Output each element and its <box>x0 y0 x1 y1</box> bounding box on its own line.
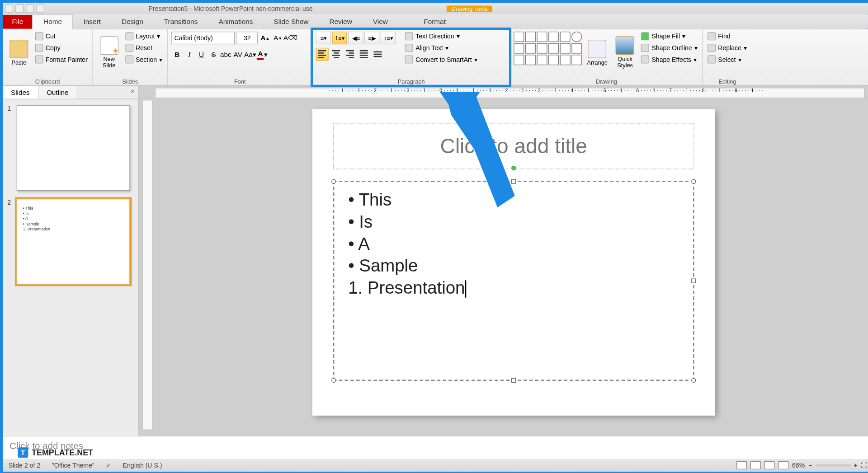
zoom-out-button[interactable]: − <box>808 462 812 468</box>
strike-button[interactable]: S <box>208 49 220 61</box>
line-spacing-button[interactable]: ↕≡▾ <box>381 32 396 44</box>
resize-handle[interactable] <box>691 179 696 183</box>
slides-group: ✦ New Slide Layout ▾ Reset Section ▾ Sli… <box>93 29 168 85</box>
normal-view-button[interactable] <box>736 461 747 469</box>
fit-button[interactable]: ⛶ <box>861 462 867 468</box>
zoom-slider[interactable] <box>816 464 850 466</box>
numbering-button[interactable]: 1≡▾ <box>332 32 347 44</box>
layout-button[interactable]: Layout ▾ <box>124 32 164 41</box>
undo-icon[interactable] <box>26 5 34 13</box>
content-placeholder[interactable]: This Is A Sample Presentation <box>333 181 694 381</box>
decrease-indent-button[interactable]: ◀≡ <box>349 32 363 44</box>
notes-pane[interactable]: Click to add notes <box>3 436 868 459</box>
zoom-in-button[interactable]: + <box>854 462 857 468</box>
shape-fill-button[interactable]: Shape Fill ▾ <box>640 32 699 41</box>
clear-formatting-button[interactable]: A⌫ <box>285 32 297 44</box>
resize-handle[interactable] <box>691 279 696 283</box>
slide-thumb-1[interactable] <box>17 105 130 191</box>
font-size-select[interactable] <box>236 32 258 44</box>
resize-handle[interactable] <box>511 378 516 383</box>
bullet-item[interactable]: Is <box>348 212 679 232</box>
design-tab[interactable]: Design <box>111 15 154 29</box>
align-justify-button[interactable] <box>358 48 370 61</box>
shape-effects-button[interactable]: Shape Effects ▾ <box>640 55 699 64</box>
slide-thumb-2[interactable]: • This • Is • A • Sample 1. Presentation <box>17 199 130 284</box>
redo-icon[interactable] <box>36 5 44 13</box>
numbered-item[interactable]: Presentation <box>348 278 679 298</box>
grow-font-button[interactable]: A▲ <box>259 32 271 44</box>
title-placeholder[interactable]: Click to add title <box>333 123 694 169</box>
font-name-select[interactable] <box>171 32 235 44</box>
slideshow-tab[interactable]: Slide Show <box>263 15 319 29</box>
find-button[interactable]: Find <box>707 32 749 41</box>
select-button[interactable]: Select ▾ <box>707 55 749 64</box>
char-spacing-button[interactable]: AV <box>232 49 244 61</box>
close-panel-button[interactable]: × <box>127 86 138 98</box>
bullet-item[interactable]: A <box>348 234 679 254</box>
review-tab[interactable]: Review <box>319 15 362 29</box>
change-case-button[interactable]: Aa▾ <box>244 49 256 61</box>
resize-handle[interactable] <box>331 378 336 383</box>
sorter-view-button[interactable] <box>750 461 761 469</box>
reading-view-button[interactable] <box>764 461 775 469</box>
watermark-text: TEMPLATE.NET <box>32 448 93 457</box>
home-tab[interactable]: Home <box>33 14 73 29</box>
reset-button[interactable]: Reset <box>124 43 164 52</box>
align-center-button[interactable] <box>330 48 343 61</box>
copy-icon <box>35 44 43 52</box>
language-label[interactable]: English (U.S.) <box>120 462 164 468</box>
align-text-button[interactable]: Align Text ▾ <box>404 43 479 52</box>
arrange-icon <box>588 39 607 58</box>
format-painter-button[interactable]: Format Painter <box>34 55 89 64</box>
bold-button[interactable]: B <box>171 49 183 61</box>
bullets-button[interactable]: ≡▾ <box>316 32 331 44</box>
shapes-gallery[interactable] <box>514 32 582 65</box>
new-slide-button[interactable]: ✦ New Slide <box>96 32 122 73</box>
file-tab[interactable]: File <box>3 15 33 29</box>
align-right-button[interactable] <box>344 48 357 61</box>
columns-button[interactable] <box>372 48 384 61</box>
align-left-button[interactable] <box>316 48 329 61</box>
paste-button[interactable]: Paste <box>6 32 32 73</box>
animations-tab[interactable]: Animations <box>208 15 263 29</box>
rotation-handle[interactable] <box>511 166 516 170</box>
cut-button[interactable]: Cut <box>34 32 89 41</box>
section-button[interactable]: Section ▾ <box>124 55 164 64</box>
zoom-label: 66% <box>792 462 805 468</box>
resize-handle[interactable] <box>331 179 336 183</box>
new-slide-label: New Slide <box>103 56 115 69</box>
spellcheck-icon[interactable]: ✓ <box>104 462 113 469</box>
text-direction-button[interactable]: Text Direction ▾ <box>404 32 479 41</box>
convert-smartart-button[interactable]: Convert to SmartArt ▾ <box>404 55 479 64</box>
status-bar: Slide 2 of 2 "Office Theme" ✓ English (U… <box>3 459 868 472</box>
shadow-button[interactable]: abc <box>220 49 232 61</box>
font-color-button[interactable]: A▾ <box>256 49 268 61</box>
replace-button[interactable]: Replace ▾ <box>707 43 749 52</box>
save-icon[interactable] <box>15 5 24 13</box>
resize-handle[interactable] <box>511 179 516 183</box>
slideshow-view-button[interactable] <box>778 461 788 469</box>
quick-styles-button[interactable]: Quick Styles <box>612 32 637 73</box>
bullet-item[interactable]: Sample <box>348 256 679 276</box>
find-icon <box>708 32 716 40</box>
shrink-font-button[interactable]: A▼ <box>272 32 284 44</box>
outline-tab[interactable]: Outline <box>38 86 77 98</box>
copy-button[interactable]: Copy <box>34 43 89 52</box>
thumb-row-1[interactable]: 1 <box>7 105 133 191</box>
slide-editor[interactable]: ····1····1····2····1····3····1····0····1… <box>139 86 868 436</box>
insert-tab[interactable]: Insert <box>73 15 111 29</box>
clipboard-group: Paste Cut Copy Format Painter Clipboard <box>3 29 93 85</box>
slides-tab[interactable]: Slides <box>3 86 38 98</box>
slide-canvas[interactable]: Click to add title This Is A Sample Pres… <box>312 109 715 416</box>
thumb-row-2[interactable]: 2 • This • Is • A • Sample 1. Presentati… <box>7 199 133 284</box>
transitions-tab[interactable]: Transitions <box>154 15 208 29</box>
underline-button[interactable]: U <box>196 49 208 61</box>
view-tab[interactable]: View <box>363 15 398 29</box>
arrange-button[interactable]: Arrange <box>585 32 610 73</box>
bullet-item[interactable]: This <box>348 190 679 210</box>
shape-outline-button[interactable]: Shape Outline ▾ <box>640 43 699 52</box>
increase-indent-button[interactable]: ≡▶ <box>365 32 380 44</box>
resize-handle[interactable] <box>691 378 696 383</box>
format-tab[interactable]: Format <box>413 15 456 29</box>
italic-button[interactable]: I <box>184 49 195 61</box>
